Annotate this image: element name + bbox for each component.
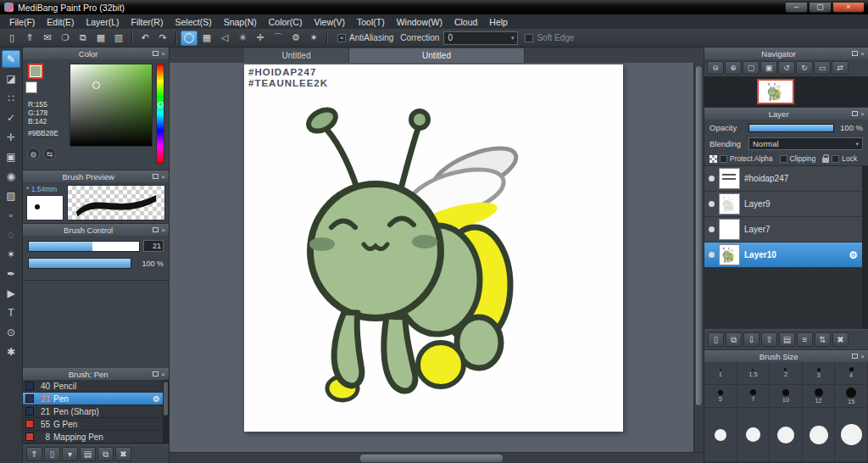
foreground-color-swatch[interactable]: [28, 64, 43, 79]
correction-dropdown[interactable]: 0 ▾: [443, 31, 518, 45]
snap-cross-button[interactable]: ✛: [252, 31, 269, 46]
layer-visibility-toggle[interactable]: [709, 201, 715, 207]
bucket-tool[interactable]: ◉: [2, 167, 20, 185]
panel-close-icon[interactable]: ×: [860, 110, 865, 118]
layer-visibility-toggle[interactable]: [709, 176, 715, 181]
menu-view[interactable]: View(V): [308, 17, 351, 27]
brush-delete-button[interactable]: ✖: [115, 447, 131, 461]
menu-layer[interactable]: Layer(L): [80, 17, 125, 27]
brush-tool[interactable]: ✎: [2, 50, 20, 68]
select-pen-tool[interactable]: ✓: [2, 109, 20, 126]
panel-close-icon[interactable]: ×: [161, 173, 165, 181]
layer-row-hoidap247[interactable]: #hoidap247: [704, 166, 862, 192]
add-layer-button[interactable]: ▯: [708, 332, 724, 347]
save-button[interactable]: ⇑: [21, 31, 38, 46]
brush-size-4[interactable]: 4: [835, 362, 868, 385]
gradient-tool[interactable]: ▨: [2, 187, 20, 204]
vertical-scroll-thumb[interactable]: [696, 66, 702, 405]
layer-opacity-slider[interactable]: [748, 124, 834, 132]
merge-layer-button[interactable]: ≡: [797, 332, 813, 347]
brush-item-mapping-pen[interactable]: 8 Mapping Pen: [23, 431, 163, 443]
antialiasing-checkbox[interactable]: ×: [337, 34, 346, 42]
brush-size-large-4[interactable]: [803, 408, 836, 462]
navigator-thumbnail[interactable]: [757, 79, 794, 104]
menu-color[interactable]: Color(C): [263, 17, 309, 27]
brush-size-slider[interactable]: [28, 241, 140, 252]
color-wheel-button[interactable]: ◍: [27, 148, 40, 160]
layer-folder-button[interactable]: ▤: [779, 332, 795, 347]
new-canvas-button[interactable]: ▯: [3, 31, 20, 46]
brush-list-scrollbar[interactable]: [163, 380, 169, 443]
canvas-viewport[interactable]: #HOIDAP247 #TEAUNLEE2K: [170, 63, 693, 452]
menu-tool[interactable]: Tool(T): [351, 17, 391, 27]
rotate-left-button[interactable]: ↺: [778, 61, 795, 75]
maximize-button[interactable]: ▢: [809, 2, 832, 13]
snap-off-button[interactable]: ◁: [216, 31, 233, 46]
tab-untitled-2[interactable]: Untitled: [349, 48, 525, 63]
pages-button[interactable]: ⧉: [75, 31, 92, 46]
menu-edit[interactable]: Edit(E): [41, 17, 80, 27]
brush-size-large-1[interactable]: [704, 408, 737, 462]
dot-tool[interactable]: ∷: [2, 89, 20, 107]
palette-button[interactable]: ❍: [57, 31, 74, 46]
redo-button[interactable]: ↷: [154, 31, 171, 46]
brush-size-1-5[interactable]: 1.5: [737, 362, 771, 385]
rotate-right-button[interactable]: ↻: [796, 61, 813, 75]
panel-popout-icon[interactable]: [153, 173, 159, 181]
menu-cloud[interactable]: Cloud: [448, 17, 483, 27]
hand-tool[interactable]: ✱: [2, 343, 20, 360]
menu-help[interactable]: Help: [483, 17, 514, 27]
hue-slider[interactable]: [156, 64, 164, 164]
brush-duplicate-button[interactable]: ⧉: [97, 447, 114, 461]
brush-size-5[interactable]: 5: [704, 385, 737, 408]
brush-item-pencil[interactable]: 40 Pencil: [23, 380, 163, 393]
background-color-swatch[interactable]: [25, 81, 37, 93]
snap-radial-button[interactable]: ✶: [305, 31, 322, 46]
export-button[interactable]: ✉: [39, 31, 56, 46]
fit-screen-button[interactable]: ▢: [743, 61, 760, 75]
brush-item-pen[interactable]: 21 Pen ⚙: [23, 393, 163, 405]
menu-select[interactable]: Select(S): [169, 17, 217, 27]
clipping-checkbox[interactable]: [780, 155, 787, 163]
grid-button[interactable]: ▦: [92, 31, 109, 46]
zoom-in-button[interactable]: ⊕: [725, 61, 742, 75]
actual-size-button[interactable]: ▣: [760, 61, 777, 75]
panel-popout-icon[interactable]: [852, 353, 858, 360]
transfer-layer-button[interactable]: ⇅: [815, 332, 831, 347]
snap-vanish-button[interactable]: ⚙: [287, 31, 304, 46]
color-swap-button[interactable]: ⇆: [43, 148, 56, 160]
move-tool[interactable]: ✛: [2, 128, 20, 146]
layer-row-layer10[interactable]: Layer10 ⚙: [704, 243, 862, 268]
panel-close-icon[interactable]: ×: [161, 226, 165, 234]
undo-button[interactable]: ↶: [136, 31, 153, 46]
panel-popout-icon[interactable]: [852, 50, 858, 58]
blending-dropdown[interactable]: Normal ▾: [748, 137, 863, 150]
close-button[interactable]: ×: [832, 2, 865, 13]
panel-popout-icon[interactable]: [153, 226, 159, 234]
brush-size-12[interactable]: 12: [803, 385, 836, 408]
brush-item-pen-sharp[interactable]: 21 Pen (Sharp): [23, 405, 163, 418]
brush-size-2[interactable]: 2: [770, 362, 803, 385]
lasso-tool[interactable]: ◌: [2, 226, 20, 243]
snap-curve-button[interactable]: ⌒: [270, 31, 287, 46]
panel-close-icon[interactable]: ×: [161, 50, 165, 58]
brush-size-10[interactable]: 10: [770, 385, 803, 408]
brush-opacity-slider[interactable]: [28, 258, 131, 269]
brush-size-15[interactable]: 15: [835, 385, 868, 408]
brush-folder-button[interactable]: ▤: [80, 447, 96, 461]
brush-size-3[interactable]: 3: [803, 362, 836, 385]
vertical-scrollbar[interactable]: [693, 63, 704, 452]
zoom-out-button[interactable]: ⊖: [707, 61, 724, 75]
soft-edge-toggle[interactable]: Soft Edge: [525, 33, 574, 42]
layer-row-layer7[interactable]: Layer7: [704, 217, 862, 243]
menu-window[interactable]: Window(W): [391, 17, 448, 27]
table-button[interactable]: ▥: [110, 31, 127, 46]
brush-item-g-pen[interactable]: 55 G Pen: [23, 418, 163, 431]
color-picker-marker[interactable]: [92, 81, 100, 89]
brush-size-7[interactable]: 7: [737, 385, 771, 408]
operation-tool[interactable]: ▶: [2, 284, 20, 302]
brush-mode-button[interactable]: ◯: [181, 31, 198, 46]
fill-rect-tool[interactable]: ▣: [2, 148, 20, 165]
menu-filter[interactable]: Filter(R): [125, 17, 170, 27]
tab-untitled-1[interactable]: Untitled: [244, 48, 349, 63]
